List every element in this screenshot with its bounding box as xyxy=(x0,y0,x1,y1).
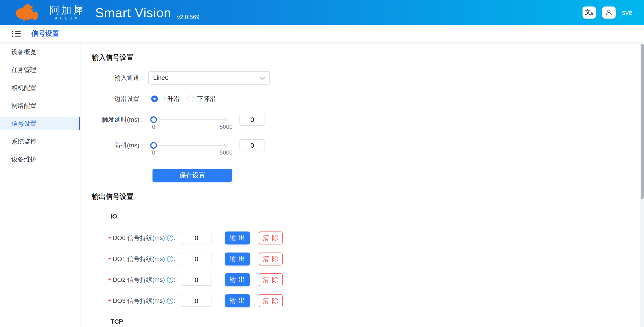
radio-rising-edge[interactable] xyxy=(151,96,158,102)
app-title: Smart Vision xyxy=(95,5,171,20)
debounce-min-tick: 0 xyxy=(150,149,157,156)
debounce-input[interactable] xyxy=(240,139,265,152)
edge-radio-group: 上升沿 下降沿 xyxy=(151,94,216,103)
user-account-button[interactable] xyxy=(602,6,616,18)
trigger-delay-min-tick: 0 xyxy=(150,124,157,130)
sidebar-item-signal-settings[interactable]: 信号设置 xyxy=(0,117,80,130)
app-header: 阿加犀 APLUX Smart Vision v2.0.569 文A sve xyxy=(0,0,644,25)
do2-clear-button[interactable]: 清 除 xyxy=(259,273,283,286)
trigger-delay-input[interactable] xyxy=(240,114,265,126)
do1-duration-input[interactable] xyxy=(181,253,212,265)
input-signal-section-title: 输入信号设置 xyxy=(92,53,134,62)
brand-name-cn: 阿加犀 xyxy=(50,4,85,16)
sidebar-item-device-overview[interactable]: 设备概览 xyxy=(0,46,80,58)
do2-output-button[interactable]: 输 出 xyxy=(225,273,250,286)
label-colon: : xyxy=(174,276,176,284)
label-colon: : xyxy=(174,256,176,262)
do0-duration-input[interactable] xyxy=(181,232,212,244)
do1-output-button[interactable]: 输 出 xyxy=(225,252,250,266)
collapse-menu-button[interactable] xyxy=(12,30,20,37)
do3-label: DO3 信号持续(ms) xyxy=(113,296,165,305)
breadcrumb-page-title: 信号设置 xyxy=(31,29,59,38)
breadcrumb-bar: 信号设置 xyxy=(0,25,644,42)
edge-setting-label: 边沿设置 : xyxy=(80,94,143,103)
trigger-delay-slider-handle[interactable] xyxy=(150,116,157,123)
label-colon: : xyxy=(174,297,176,304)
do2-row: * DO2 信号持续(ms) : 输 出 清 除 xyxy=(80,273,283,286)
do1-clear-button[interactable]: 清 除 xyxy=(259,252,283,266)
radio-rising-edge-label[interactable]: 上升沿 xyxy=(161,94,180,103)
do2-label: DO2 信号持续(ms) xyxy=(113,276,165,284)
radio-falling-edge[interactable] xyxy=(188,96,194,102)
debounce-max-tick: 5000 xyxy=(213,149,240,156)
do1-label: DO1 信号持续(ms) xyxy=(113,255,165,263)
tcp-group-title: TCP xyxy=(110,318,123,325)
scrollbar-thumb[interactable] xyxy=(641,44,644,199)
trigger-delay-label: 触发延时(ms) : xyxy=(80,115,143,124)
input-channel-select[interactable]: Line0 xyxy=(148,71,270,84)
save-settings-button[interactable]: 保存设置 xyxy=(152,169,232,182)
sidebar-item-task-management[interactable]: 任务管理 xyxy=(0,64,80,76)
do0-row: * DO0 信号持续(ms) : 输 出 清 除 xyxy=(80,232,283,244)
header-actions: 文A sve xyxy=(582,0,632,25)
user-icon xyxy=(605,9,612,16)
translate-icon: 文A xyxy=(585,9,594,16)
required-asterisk: * xyxy=(108,300,111,304)
do0-output-button[interactable]: 输 出 xyxy=(225,232,250,244)
radio-falling-edge-label[interactable]: 下降沿 xyxy=(197,94,216,103)
input-channel-label: 输入通道 : xyxy=(80,71,143,84)
required-asterisk: * xyxy=(108,258,111,262)
vertical-scrollbar[interactable] xyxy=(640,44,644,327)
debounce-slider-end-dot xyxy=(224,144,228,147)
do3-clear-button[interactable]: 清 除 xyxy=(259,294,283,307)
brand-name-en: APLUX xyxy=(55,16,80,20)
required-asterisk: * xyxy=(108,237,111,241)
language-switch-button[interactable]: 文A xyxy=(582,6,596,18)
do1-row: * DO1 信号持续(ms) : 输 出 清 除 xyxy=(80,252,283,266)
output-signal-section-title: 输出信号设置 xyxy=(92,192,134,201)
label-colon: : xyxy=(174,234,176,242)
brand-text: 阿加犀 APLUX xyxy=(50,4,85,20)
do0-label: DO0 信号持续(ms) xyxy=(113,234,165,242)
debounce-slider-handle[interactable] xyxy=(150,142,157,149)
help-icon[interactable] xyxy=(167,235,173,241)
do3-output-button[interactable]: 输 出 xyxy=(225,294,250,307)
sidebar-item-network-config[interactable]: 网络配置 xyxy=(0,99,80,112)
do3-duration-input[interactable] xyxy=(181,295,212,307)
debounce-slider-track[interactable] xyxy=(154,145,226,146)
help-icon[interactable] xyxy=(167,256,173,262)
trigger-delay-slider-track[interactable] xyxy=(154,119,226,120)
main-content: 输入信号设置 输入通道 : Line0 边沿设置 : 上升沿 下降沿 触发延时(… xyxy=(80,43,644,327)
required-asterisk: * xyxy=(108,278,111,283)
debounce-label: 防抖(ms) : xyxy=(80,141,143,150)
io-group-title: IO xyxy=(110,213,117,220)
trigger-delay-slider-end-dot xyxy=(224,118,228,122)
help-icon[interactable] xyxy=(167,277,173,283)
sidebar-item-system-monitor[interactable]: 系统监控 xyxy=(0,135,80,148)
do2-duration-input[interactable] xyxy=(181,274,212,286)
input-channel-selected-value: Line0 xyxy=(153,74,168,82)
sidebar-item-device-maintenance[interactable]: 设备维护 xyxy=(0,153,80,166)
help-icon[interactable] xyxy=(167,298,173,304)
sidebar-nav: 设备概览 任务管理 相机配置 网络配置 信号设置 系统监控 设备维护 xyxy=(0,43,80,327)
app-version: v2.0.569 xyxy=(177,14,200,20)
do3-row: * DO3 信号持续(ms) : 输 出 清 除 xyxy=(80,294,283,307)
aplux-rhino-logo-icon xyxy=(12,2,46,23)
trigger-delay-max-tick: 5000 xyxy=(213,124,240,130)
do0-clear-button[interactable]: 清 除 xyxy=(259,232,283,244)
list-menu-icon xyxy=(12,30,20,37)
chevron-down-icon xyxy=(260,77,266,80)
sidebar-item-camera-config[interactable]: 相机配置 xyxy=(0,82,80,94)
username-label: sve xyxy=(622,9,632,16)
